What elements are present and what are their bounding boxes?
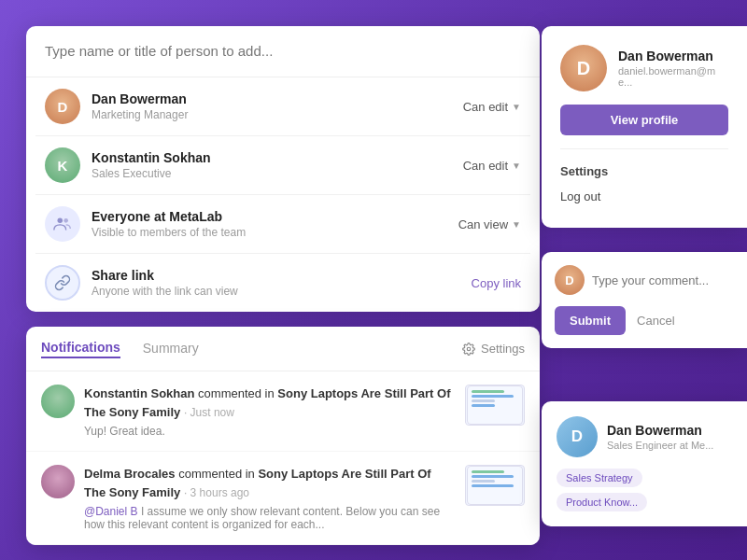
- user-list: D Dan Bowerman Marketing Manager Can edi…: [26, 77, 540, 312]
- dan-card-avatar: D: [557, 416, 598, 457]
- cancel-button[interactable]: Cancel: [633, 306, 678, 335]
- doc-thumbnail: [465, 385, 525, 426]
- avatar: [45, 206, 80, 242]
- profile-avatar: D: [560, 45, 607, 91]
- view-profile-button[interactable]: View profile: [560, 105, 728, 135]
- author-name: Konstantin Sokhan: [84, 386, 194, 400]
- notification-item: Delma Brocales commented in Sony Laptops…: [26, 452, 540, 545]
- submit-button[interactable]: Submit: [555, 306, 626, 335]
- permission-dropdown[interactable]: Can edit ▼: [463, 100, 521, 114]
- group-icon: [52, 214, 73, 234]
- dan-card-name: Dan Bowerman: [607, 423, 713, 438]
- user-name: Share link: [92, 268, 472, 283]
- user-role: Visible to members of the team: [92, 226, 458, 239]
- permission-dropdown[interactable]: Can edit ▼: [463, 159, 521, 173]
- share-panel: D Dan Bowerman Marketing Manager Can edi…: [26, 26, 540, 312]
- notification-sub: Yup! Great idea.: [84, 425, 456, 438]
- avatar: K: [45, 147, 80, 183]
- tabs-bar: Notifications Summary Settings: [26, 327, 540, 371]
- notification-text: Delma Brocales commented in Sony Laptops…: [84, 465, 456, 501]
- tags-list: Sales Strategy Product Know...: [557, 469, 732, 511]
- user-role: Marketing Manager: [92, 108, 463, 121]
- dan-card-role: Sales Engineer at Me...: [607, 440, 713, 451]
- user-name: Dan Bowerman: [92, 91, 463, 106]
- chevron-down-icon: ▼: [512, 219, 521, 230]
- search-bar[interactable]: [26, 26, 540, 77]
- notifications-panel: Notifications Summary Settings Konstanti…: [26, 327, 540, 545]
- profile-email: daniel.bowerman@me...: [618, 65, 728, 88]
- chevron-down-icon: ▼: [512, 102, 521, 112]
- user-name: Everyone at MetaLab: [92, 209, 458, 224]
- comment-panel: D Submit Cancel: [542, 252, 747, 348]
- tag-product-know[interactable]: Product Know...: [557, 493, 647, 511]
- comment-input[interactable]: [592, 273, 747, 287]
- user-role: Anyone with the link can view: [92, 285, 472, 298]
- link-icon: [45, 265, 80, 301]
- notification-item: Konstantin Sokhan commented in Sony Lapt…: [26, 371, 540, 452]
- settings-button[interactable]: Settings: [462, 342, 525, 356]
- table-row: K Konstantin Sokhan Sales Executive Can …: [35, 136, 530, 195]
- avatar: D: [45, 89, 80, 124]
- user-role: Sales Executive: [92, 167, 463, 180]
- settings-menu-item[interactable]: Settings: [560, 159, 728, 184]
- dan-card: D Dan Bowerman Sales Engineer at Me... S…: [542, 401, 747, 526]
- tab-notifications[interactable]: Notifications: [41, 340, 120, 358]
- chevron-down-icon: ▼: [512, 161, 521, 171]
- gear-icon: [462, 343, 475, 356]
- profile-name: Dan Bowerman: [618, 49, 728, 63]
- commenter-avatar: D: [555, 265, 585, 295]
- table-row: D Dan Bowerman Marketing Manager Can edi…: [35, 77, 530, 136]
- notification-text: Konstantin Sokhan commented in Sony Lapt…: [84, 385, 456, 421]
- svg-point-2: [467, 347, 471, 351]
- share-icon: [54, 274, 71, 291]
- search-input[interactable]: [45, 43, 521, 59]
- permission-dropdown[interactable]: Can view ▼: [458, 217, 521, 231]
- svg-point-1: [63, 218, 68, 223]
- copy-link-button[interactable]: Copy link: [472, 276, 521, 290]
- tab-summary[interactable]: Summary: [143, 341, 199, 357]
- table-row: Everyone at MetaLab Visible to members o…: [35, 195, 530, 254]
- settings-label: Settings: [481, 342, 525, 356]
- logout-menu-item[interactable]: Log out: [560, 184, 728, 209]
- user-name: Konstantin Sokhan: [92, 150, 463, 165]
- avatar: [41, 385, 75, 418]
- table-row: Share link Anyone with the link can view…: [35, 254, 530, 312]
- notification-sub: @Daniel B I assume we only show relevant…: [84, 505, 456, 531]
- svg-point-0: [58, 218, 63, 224]
- avatar: [41, 465, 75, 498]
- profile-dropdown: D Dan Bowerman daniel.bowerman@me... Vie…: [542, 26, 747, 228]
- tag-sales-strategy[interactable]: Sales Strategy: [557, 469, 642, 487]
- doc-thumbnail: [465, 465, 525, 506]
- divider: [560, 148, 728, 149]
- author-name: Delma Brocales: [84, 467, 176, 481]
